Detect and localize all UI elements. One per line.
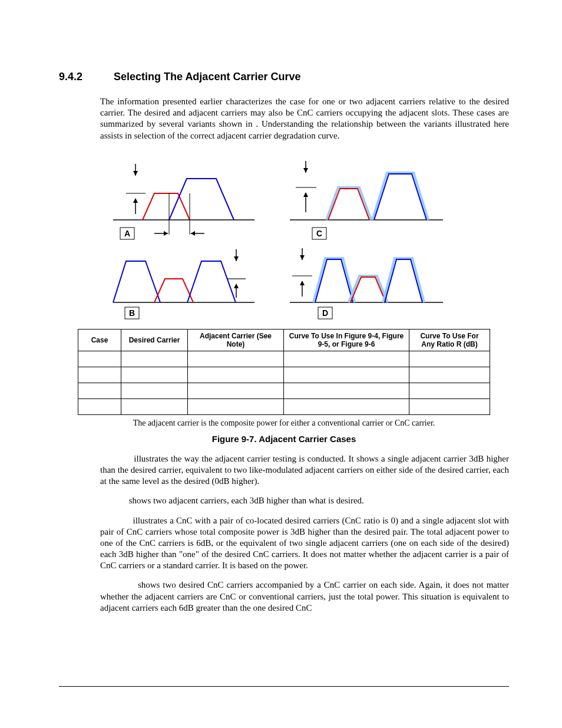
table-note: The adjacent carrier is the composite po… [78, 419, 490, 428]
svg-marker-18 [234, 284, 239, 288]
section-heading: 9.4.2 Selecting The Adjacent Carrier Cur… [59, 71, 509, 83]
svg-marker-4 [164, 231, 168, 236]
para-case-B: shows two adjacent carriers, each 3dB hi… [100, 495, 509, 506]
diagram-label-B: B [129, 308, 135, 318]
svg-marker-6 [191, 231, 195, 236]
intro-paragraph: The information presented earlier charac… [100, 96, 509, 141]
table-row [78, 367, 490, 383]
svg-marker-11 [133, 198, 138, 203]
table-row [78, 351, 490, 367]
svg-marker-30 [300, 255, 305, 260]
col-curve-fig: Curve To Use In Figure 9-4, Figure 9-5, … [284, 329, 409, 351]
table-row [78, 383, 490, 398]
case-descriptions: illustrates the way the adjacent carrier… [100, 453, 509, 614]
para-case-D: shows two desired CnC carriers accompani… [100, 579, 509, 614]
para-case-C: illustrates a CnC with a pair of co-loca… [100, 515, 509, 572]
svg-marker-25 [303, 192, 308, 197]
svg-marker-9 [133, 171, 138, 176]
diagram-label-C: C [316, 229, 322, 238]
adjacent-carrier-diagram: A B [95, 152, 472, 329]
case-table: Case Desired Carrier Adjacent Carrier (S… [78, 329, 490, 415]
svg-marker-16 [234, 256, 239, 261]
figure-caption: Figure 9-7. Adjacent Carrier Cases [78, 434, 490, 444]
table-row [78, 398, 490, 414]
intro-block: The information presented earlier charac… [100, 96, 509, 141]
svg-marker-23 [303, 168, 308, 173]
section-number: 9.4.2 [59, 71, 111, 83]
footer-rule [59, 686, 509, 687]
para-case-A: illustrates the way the adjacent carrier… [100, 453, 509, 487]
col-desired: Desired Carrier [121, 329, 188, 351]
svg-marker-32 [300, 281, 305, 285]
section-title: Selecting The Adjacent Carrier Curve [114, 71, 300, 83]
diagram-label-D: D [322, 308, 328, 318]
page: 9.4.2 Selecting The Adjacent Carrier Cur… [0, 0, 562, 728]
diagram-label-A: A [124, 229, 130, 238]
col-adjacent: Adjacent Carrier (See Note) [188, 329, 284, 351]
col-case: Case [78, 329, 121, 351]
figure-area: A B [78, 152, 490, 444]
col-curve-ratio: Curve To Use For Any Ratio R (dB) [409, 329, 490, 351]
